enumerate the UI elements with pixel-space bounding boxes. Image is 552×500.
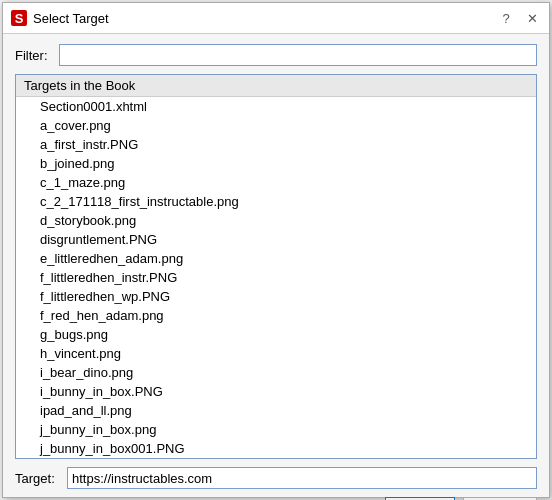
list-item[interactable]: ipad_and_ll.png <box>16 401 536 420</box>
list-item[interactable]: i_bear_dino.png <box>16 363 536 382</box>
list-item[interactable]: f_littleredhen_wp.PNG <box>16 287 536 306</box>
list-header: Targets in the Book <box>16 75 536 97</box>
list-item[interactable]: g_bugs.png <box>16 325 536 344</box>
list-item[interactable]: b_joined.png <box>16 154 536 173</box>
list-item[interactable]: d_storybook.png <box>16 211 536 230</box>
target-row: Target: <box>15 467 537 489</box>
dialog-title: Select Target <box>33 11 109 26</box>
targets-list-scroll[interactable]: Section0001.xhtmla_cover.pnga_first_inst… <box>16 97 536 458</box>
list-item[interactable]: j_bunny_in_box.png <box>16 420 536 439</box>
list-item[interactable]: Section0001.xhtml <box>16 97 536 116</box>
target-input[interactable] <box>67 467 537 489</box>
list-item[interactable]: j_bunny_in_box001.PNG <box>16 439 536 458</box>
list-item[interactable]: a_first_instr.PNG <box>16 135 536 154</box>
list-item[interactable]: c_2_171118_first_instructable.png <box>16 192 536 211</box>
list-item[interactable]: e_littleredhen_adam.png <box>16 249 536 268</box>
list-item[interactable]: disgruntlement.PNG <box>16 230 536 249</box>
title-bar-controls: ? ✕ <box>497 9 541 27</box>
title-bar-left: S Select Target <box>11 10 109 26</box>
dialog-content: Filter: Targets in the Book Section0001.… <box>3 34 549 500</box>
filter-input[interactable] <box>59 44 537 66</box>
list-item[interactable]: f_red_hen_adam.png <box>16 306 536 325</box>
list-item[interactable]: h_vincent.png <box>16 344 536 363</box>
list-item[interactable]: f_littleredhen_instr.PNG <box>16 268 536 287</box>
targets-list-container: Targets in the Book Section0001.xhtmla_c… <box>15 74 537 459</box>
help-button[interactable]: ? <box>497 9 515 27</box>
list-item[interactable]: a_cover.png <box>16 116 536 135</box>
filter-label: Filter: <box>15 48 51 63</box>
target-label: Target: <box>15 471 59 486</box>
list-item[interactable]: c_1_maze.png <box>16 173 536 192</box>
filter-row: Filter: <box>15 44 537 66</box>
title-bar: S Select Target ? ✕ <box>3 3 549 34</box>
select-target-dialog: S Select Target ? ✕ Filter: Targets in t… <box>2 2 550 498</box>
app-icon: S <box>11 10 27 26</box>
list-item[interactable]: i_bunny_in_box.PNG <box>16 382 536 401</box>
close-button[interactable]: ✕ <box>523 9 541 27</box>
